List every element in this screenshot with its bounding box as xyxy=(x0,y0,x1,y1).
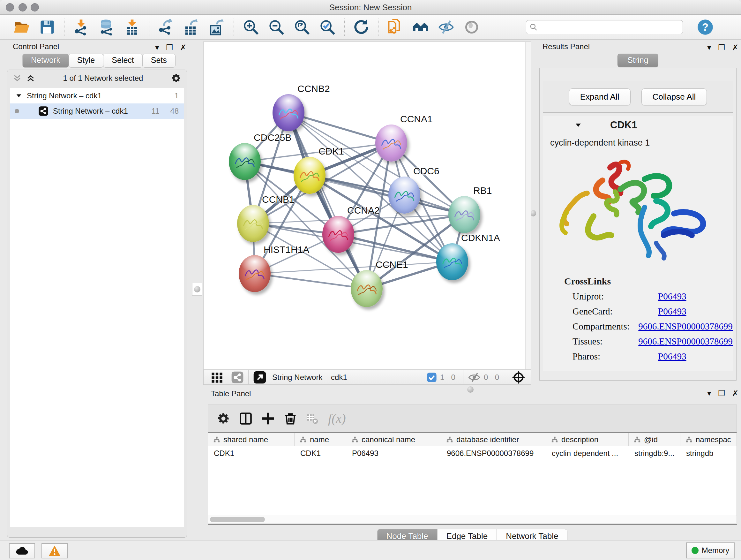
export-table-icon[interactable] xyxy=(183,19,200,36)
import-network-icon[interactable] xyxy=(73,19,89,36)
collapse-all-button[interactable]: Collapse All xyxy=(642,88,707,105)
create-column-icon[interactable] xyxy=(261,412,275,426)
graph-node-CCNB2[interactable] xyxy=(273,94,305,131)
open-session-icon[interactable] xyxy=(13,19,30,36)
maximize-panel-icon[interactable]: ❐ xyxy=(718,44,725,51)
graph-node-RB1[interactable] xyxy=(448,196,480,233)
open-in-new-window-icon[interactable] xyxy=(253,371,266,384)
left-splitter-handle[interactable] xyxy=(192,283,202,296)
graph-node-CDK1[interactable] xyxy=(293,157,326,194)
table-options-gear-icon[interactable] xyxy=(216,412,230,426)
graph-node-CDC25B[interactable] xyxy=(229,143,261,180)
graph-node-CCNA1[interactable] xyxy=(375,125,407,162)
graph-node-HIST1H1A[interactable] xyxy=(239,255,271,292)
maximize-panel-icon[interactable]: ❐ xyxy=(166,44,173,51)
zoom-out-icon[interactable] xyxy=(268,19,285,36)
tab-select[interactable]: Select xyxy=(103,54,142,68)
clone-network-icon[interactable] xyxy=(387,19,403,36)
status-bar: Memory xyxy=(0,540,741,560)
tab-string[interactable]: String xyxy=(617,54,658,67)
crosslink-link[interactable]: 9606.ENSP00000378699 xyxy=(638,321,733,332)
expand-all-icon[interactable] xyxy=(26,73,36,83)
graph-node-CCNB1[interactable] xyxy=(237,205,269,242)
column-header-@id[interactable]: @id xyxy=(629,433,680,446)
eye-icon[interactable] xyxy=(463,19,480,36)
control-tabs: NetworkStyleSelectSets xyxy=(4,54,189,68)
graph-node-CDKN1A[interactable] xyxy=(436,243,468,280)
tab-style[interactable]: Style xyxy=(69,54,104,68)
export-image-icon[interactable] xyxy=(209,19,225,36)
crosslink-link[interactable]: P06493 xyxy=(658,351,686,362)
network-canvas[interactable]: CCNB2CCNA1CDC25BCDK1CDC6RB1CCNB1CCNA2CDK… xyxy=(203,42,531,370)
crosslink-link[interactable]: 9606.ENSP00000378699 xyxy=(638,336,733,347)
svg-text:?: ? xyxy=(702,21,709,33)
network-row[interactable]: String Network – cdk1 11 48 xyxy=(10,104,184,119)
selected-checkbox-icon[interactable] xyxy=(427,372,437,382)
zoom-in-icon[interactable] xyxy=(243,19,259,36)
show-columns-icon[interactable] xyxy=(239,412,253,426)
expand-collapse-bar: Expand All Collapse All xyxy=(543,81,733,113)
crosslink-label: Pharos: xyxy=(572,351,658,362)
close-panel-icon[interactable]: ✗ xyxy=(732,389,738,397)
warnings-button[interactable] xyxy=(42,543,68,558)
help-icon[interactable]: ? xyxy=(697,19,714,36)
table-row[interactable]: CDK1CDK1P064939606.ENSP00000378699cyclin… xyxy=(208,446,737,460)
column-header-name[interactable]: name xyxy=(294,433,346,446)
crosslink-link[interactable]: P06493 xyxy=(658,291,686,302)
column-header-description[interactable]: description xyxy=(546,433,629,446)
tab-network[interactable]: Network xyxy=(22,54,69,68)
table-horizontal-scrollbar[interactable] xyxy=(208,516,737,523)
results-panel-title: Results Panel xyxy=(542,42,590,51)
maximize-panel-icon[interactable]: ❐ xyxy=(718,389,725,397)
hide-unhide-icon[interactable] xyxy=(438,19,455,36)
column-type-icon xyxy=(446,436,453,443)
column-header-namespac[interactable]: namespac xyxy=(680,433,737,446)
crosslink-link[interactable]: P06493 xyxy=(658,306,686,317)
pan-crosshair-icon[interactable] xyxy=(512,370,526,384)
column-header-shared-name[interactable]: shared name xyxy=(208,433,294,446)
birds-eye-grid-icon[interactable] xyxy=(211,371,223,384)
collapse-all-icon[interactable] xyxy=(12,73,22,83)
import-table-icon[interactable] xyxy=(124,19,140,36)
search-input[interactable] xyxy=(538,23,675,32)
graph-node-CDC6[interactable] xyxy=(388,177,420,213)
memory-status-dot xyxy=(691,547,698,554)
network-vertical-scrollbar[interactable] xyxy=(525,42,531,369)
float-panel-icon[interactable]: ▾ xyxy=(707,44,711,51)
string-view-icon[interactable] xyxy=(231,371,244,384)
close-panel-icon[interactable]: ✗ xyxy=(732,44,738,51)
home-networks-icon[interactable] xyxy=(412,19,429,36)
table-cell: stringdb:9... xyxy=(629,449,680,458)
node-table: shared namenamecanonical namedatabase id… xyxy=(208,432,737,516)
table-cell: 9606.ENSP00000378699 xyxy=(441,449,546,458)
crosslinks-rows: Uniprot:P06493GeneCard:P06493Compartment… xyxy=(543,291,733,362)
tab-sets[interactable]: Sets xyxy=(142,54,176,68)
collapse-gene-icon[interactable] xyxy=(575,121,582,129)
graph-node-label-CCNB1: CCNB1 xyxy=(262,194,294,205)
delete-column-icon[interactable] xyxy=(283,412,297,426)
collapse-arrow-icon[interactable] xyxy=(15,92,22,99)
graph-node-CCNE1[interactable] xyxy=(351,270,383,307)
graph-node-CCNA2[interactable] xyxy=(322,216,354,253)
expand-all-button[interactable]: Expand All xyxy=(569,88,630,105)
toolbar-separator xyxy=(344,18,345,36)
scrollbar-thumb[interactable] xyxy=(210,517,265,522)
network-collection-row[interactable]: String Network – cdk1 1 xyxy=(10,88,184,104)
zoom-fit-icon[interactable] xyxy=(293,19,310,36)
close-panel-icon[interactable]: ✗ xyxy=(180,44,186,51)
import-network-from-database-icon[interactable] xyxy=(98,19,115,36)
float-panel-icon[interactable]: ▾ xyxy=(155,44,159,51)
string-network-icon xyxy=(38,106,49,116)
cloud-button[interactable] xyxy=(9,543,35,558)
column-type-icon xyxy=(300,436,307,443)
column-header-canonical-name[interactable]: canonical name xyxy=(346,433,441,446)
toolbar-separator xyxy=(378,18,379,36)
column-header-database-identifier[interactable]: database identifier xyxy=(441,433,546,446)
options-gear-icon[interactable] xyxy=(171,73,182,84)
zoom-selected-icon[interactable] xyxy=(319,19,336,36)
save-session-icon[interactable] xyxy=(39,19,56,36)
export-network-icon[interactable] xyxy=(158,19,174,36)
memory-button[interactable]: Memory xyxy=(686,543,735,558)
float-panel-icon[interactable]: ▾ xyxy=(707,389,711,397)
refresh-icon[interactable] xyxy=(353,19,369,36)
